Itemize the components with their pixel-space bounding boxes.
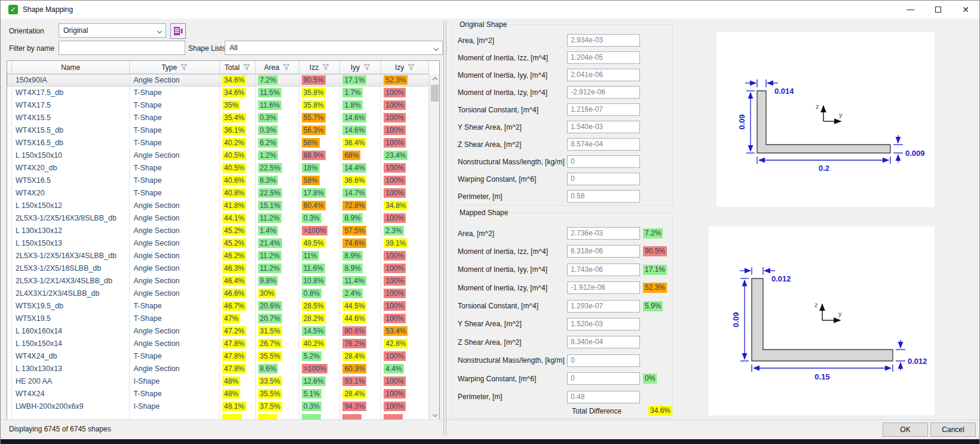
original-field-value[interactable]: 1.216e-07 bbox=[567, 103, 640, 116]
diff-chip: 53.4% bbox=[384, 326, 408, 336]
shape-type-cell: T-Shape bbox=[130, 162, 220, 174]
diff-chip: 9.8% bbox=[258, 276, 278, 286]
scrollbar-thumb[interactable] bbox=[431, 85, 439, 102]
orientation-dropdown[interactable]: Original bbox=[59, 23, 166, 38]
table-row[interactable]: 2L5X3-1/2X5/16SLBB_dbAngle Section46.3%1… bbox=[7, 262, 429, 275]
filter-icon[interactable] bbox=[363, 64, 370, 71]
shape-lists-dropdown[interactable]: All bbox=[225, 41, 443, 55]
diff-chip: 18% bbox=[302, 163, 320, 173]
filter-icon[interactable] bbox=[408, 64, 415, 71]
mapped-field-value[interactable]: 6.318e-06 bbox=[567, 245, 640, 258]
mapped-field-value[interactable]: 1.520e-03 bbox=[567, 318, 640, 330]
table-row[interactable]: L 150x150x10Angle Section40.5%1.2%88.9%6… bbox=[7, 149, 429, 162]
diff-chip: 31.5% bbox=[258, 326, 282, 336]
maximize-button[interactable] bbox=[924, 1, 952, 19]
table-row[interactable]: L 150x150x13Angle Section45.2%21.4%49.5%… bbox=[7, 237, 429, 250]
diff-chip: 36.4% bbox=[342, 138, 366, 148]
orientation-options-button[interactable] bbox=[170, 23, 186, 39]
table-row[interactable]: L 150x150x14Angle Section47.8%26.7%40.2%… bbox=[7, 338, 429, 350]
column-header-area[interactable]: Area bbox=[256, 61, 299, 74]
mapped-field-value[interactable]: 0 bbox=[567, 372, 640, 385]
table-row[interactable]: HE 200 AAI-Shape48%33.5%12.6%93.1%100% bbox=[7, 375, 429, 388]
minimize-button[interactable]: — bbox=[897, 1, 924, 19]
diff-chip: 11.6% bbox=[302, 264, 325, 273]
table-row[interactable]: L 130x130x13Angle Section47.8%8.6%>100%6… bbox=[7, 363, 429, 375]
filter-icon[interactable] bbox=[243, 64, 250, 71]
row-header bbox=[7, 187, 12, 200]
diff-chip: 100% bbox=[384, 125, 406, 135]
table-row[interactable]: WT5X16.5T-Shape40.6%6.3%58%36.6%100% bbox=[7, 174, 429, 187]
diff-cell: 0.8% bbox=[299, 287, 341, 300]
mapped-field-value[interactable]: 8.340e-04 bbox=[567, 336, 640, 348]
mapped-field-label: Y Shear Area, [m^2] bbox=[452, 320, 567, 328]
column-header-izz[interactable]: Izz bbox=[299, 61, 341, 74]
mapped-field-value[interactable]: -1.912e-06 bbox=[567, 281, 640, 294]
original-field-value[interactable]: 1.540e-03 bbox=[567, 121, 640, 133]
table-row[interactable]: L 160x160x14Angle Section47.2%31.5%14.5%… bbox=[7, 325, 429, 338]
original-field-value[interactable]: 8.574e-04 bbox=[567, 138, 640, 151]
column-header-name[interactable]: Name bbox=[12, 61, 130, 74]
row-header bbox=[7, 250, 12, 262]
filter-icon[interactable] bbox=[283, 64, 290, 71]
column-header-iyy[interactable]: Iyy bbox=[340, 61, 381, 74]
original-field-value[interactable]: 0 bbox=[567, 173, 640, 185]
original-field-value[interactable]: 1.204e-05 bbox=[567, 51, 640, 64]
table-row[interactable]: 2L5X3-1/2X1/4X3/4SLBB_dbAngle Section46.… bbox=[7, 275, 429, 287]
ok-button[interactable]: OK bbox=[883, 422, 928, 437]
diff-cell: 35.5% bbox=[256, 388, 299, 400]
original-field-value[interactable]: -2.912e-06 bbox=[567, 86, 640, 99]
table-row[interactable]: 2L5X3-1/2X5/16X3/8SLBB_dbAngle Section44… bbox=[7, 212, 429, 225]
shape-name-cell: LWBH-200x200x6x9 bbox=[12, 400, 130, 413]
table-row[interactable]: L 130x130x12Angle Section45.2%1.4%>100%5… bbox=[7, 225, 429, 237]
diff-chip: 80.6% bbox=[342, 326, 366, 336]
table-row[interactable]: WT5X16.5_dbT-Shape40.2%6.2%58%36.4%100% bbox=[7, 137, 429, 149]
table-row[interactable]: WT5X19.5_dbT-Shape46.7%20.6%28.5%44.5%10… bbox=[7, 300, 429, 313]
table-row[interactable]: WT4X17.5T-Shape35%11.6%35.8%1.8%100% bbox=[7, 99, 429, 112]
table-row[interactable]: WT4X24T-Shape48%35.5%5.1%28.4%100% bbox=[7, 388, 429, 400]
table-row[interactable]: WT5X19.5T-Shape47%20.7%28.2%44.6%100% bbox=[7, 313, 429, 325]
diff-chip: 14.6% bbox=[342, 125, 366, 135]
table-row[interactable] bbox=[7, 413, 429, 419]
table-row[interactable]: WT4X15.5T-Shape35.4%0.3%55.7%14.6%100% bbox=[7, 112, 429, 124]
table-row[interactable]: LWBH-200x200x6x9I-Shape48.1%37.5%0.3%94.… bbox=[7, 400, 429, 413]
diff-cell: >100% bbox=[299, 363, 341, 375]
scroll-down-button[interactable] bbox=[430, 411, 440, 419]
diff-cell bbox=[299, 413, 341, 419]
app-check-icon: ✓ bbox=[8, 5, 18, 14]
close-button[interactable]: ✕ bbox=[952, 1, 979, 19]
mapped-field-value[interactable]: 1.293e-07 bbox=[567, 300, 640, 313]
diff-chip: 34.6% bbox=[222, 88, 246, 97]
table-row[interactable]: 2L5X3-1/2X5/16X3/4SLBB_dbAngle Section46… bbox=[7, 250, 429, 262]
table-row[interactable]: WT4X17.5_dbT-Shape34.6%11.5%35.8%1.7%100… bbox=[7, 87, 429, 99]
original-field-value[interactable]: 2.041e-06 bbox=[567, 69, 640, 81]
table-row[interactable]: 2L4X3X1/2X3/4SLBB_dbAngle Section46.6%30… bbox=[7, 287, 429, 300]
filter-icon[interactable] bbox=[180, 64, 188, 71]
column-header-total[interactable]: Total bbox=[220, 61, 256, 74]
shape-name-cell: WT5X16.5_db bbox=[12, 137, 130, 149]
vertical-scrollbar[interactable] bbox=[429, 74, 439, 419]
original-field-value[interactable]: 2.934e-03 bbox=[567, 34, 640, 47]
mapped-field-value[interactable]: 0.48 bbox=[567, 391, 640, 403]
table-row[interactable]: WT4X15.5_dbT-Shape36.1%0.3%56.3%14.6%100… bbox=[7, 124, 429, 137]
filter-by-name-input[interactable] bbox=[59, 41, 185, 55]
diff-cell: 6.3% bbox=[256, 174, 299, 187]
original-field-value[interactable]: 0.58 bbox=[567, 190, 640, 203]
original-field-value[interactable]: 0 bbox=[567, 155, 640, 168]
mapped-field-value[interactable]: 2.736e-03 bbox=[567, 227, 640, 240]
column-header-izy[interactable]: Izy bbox=[381, 61, 429, 74]
table-row[interactable]: L 150x150x12Angle Section41.8%15.1%60.4%… bbox=[7, 200, 429, 212]
column-header-type[interactable]: Type bbox=[130, 61, 220, 74]
panel-splitter[interactable] bbox=[443, 21, 444, 435]
table-row[interactable]: 150x90IAAngle Section34.6%7.2%90.5%17.1%… bbox=[7, 74, 429, 87]
mapped-field-value[interactable]: 1.743e-06 bbox=[567, 264, 640, 276]
filter-icon[interactable] bbox=[322, 64, 329, 71]
diff-chip bbox=[342, 414, 362, 419]
original-field-label: Moment of Inertia, Izy, [m^4] bbox=[452, 88, 567, 97]
mapped-field-value[interactable]: 0 bbox=[567, 354, 640, 367]
scroll-up-button[interactable] bbox=[430, 74, 440, 83]
table-row[interactable]: WT4X20T-Shape40.8%22.5%17.8%14.7%100% bbox=[7, 187, 429, 200]
cancel-button[interactable]: Cancel bbox=[930, 422, 976, 437]
diff-cell bbox=[381, 413, 429, 419]
table-row[interactable]: WT4X24_dbT-Shape47.8%35.5%5.2%28.4%100% bbox=[7, 350, 429, 363]
table-row[interactable]: WT4X20_dbT-Shape40.5%22.5%18%14.4%100% bbox=[7, 162, 429, 174]
